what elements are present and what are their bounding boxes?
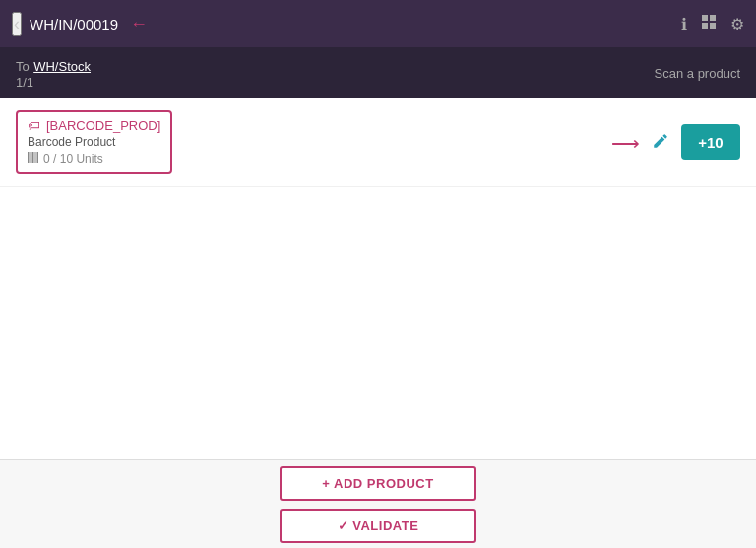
- product-name: Barcode Product: [28, 135, 160, 149]
- subheader: To WH/Stock 1/1 Scan a product: [0, 47, 756, 98]
- info-icon[interactable]: ℹ: [681, 15, 687, 33]
- page-indicator: 1/1: [16, 75, 91, 90]
- right-arrow-icon: ⟶: [611, 131, 640, 154]
- barcode-icon: [28, 152, 39, 166]
- svg-rect-1: [710, 15, 716, 21]
- location-link[interactable]: WH/Stock: [33, 59, 91, 74]
- subheader-left: To WH/Stock 1/1: [16, 57, 91, 90]
- svg-rect-6: [32, 152, 34, 163]
- tag-icon: 🏷: [28, 118, 40, 133]
- add-product-button[interactable]: + ADD PRODUCT: [280, 466, 476, 501]
- empty-space: [0, 187, 756, 443]
- main-content: 🏷 [BARCODE_PROD] Barcode Product 0 / 10 …: [0, 98, 756, 459]
- svg-rect-0: [702, 15, 708, 21]
- product-qty-row: 0 / 10 Units: [28, 152, 160, 166]
- document-title: WH/IN/00019: [30, 16, 118, 32]
- product-qty: 0 / 10 Units: [43, 152, 103, 166]
- validate-button[interactable]: ✓ VALIDATE: [280, 509, 476, 543]
- app-header: ‹ WH/IN/00019 ← ℹ ⚙: [0, 0, 756, 47]
- svg-rect-5: [31, 152, 32, 163]
- svg-rect-7: [35, 152, 36, 163]
- svg-rect-8: [37, 152, 39, 163]
- svg-rect-2: [702, 23, 708, 29]
- header-left: ‹ WH/IN/00019 ←: [12, 12, 148, 36]
- product-tag-row: 🏷 [BARCODE_PROD]: [28, 118, 160, 133]
- row-actions: ⟶ +10: [611, 124, 740, 160]
- product-row: 🏷 [BARCODE_PROD] Barcode Product 0 / 10 …: [0, 98, 756, 187]
- product-code: [BARCODE_PROD]: [46, 118, 160, 133]
- plus-ten-button[interactable]: +10: [681, 124, 740, 160]
- arrow-indicator-icon: ←: [130, 14, 148, 34]
- back-button[interactable]: ‹: [12, 12, 22, 36]
- footer: + ADD PRODUCT ✓ VALIDATE: [0, 459, 756, 548]
- subheader-to-row: To WH/Stock: [16, 57, 91, 75]
- grid-icon[interactable]: [701, 14, 717, 33]
- to-label: To: [16, 59, 30, 74]
- product-card: 🏷 [BARCODE_PROD] Barcode Product 0 / 10 …: [16, 110, 172, 174]
- back-icon: ‹: [14, 14, 20, 34]
- settings-icon[interactable]: ⚙: [730, 15, 744, 33]
- edit-button[interactable]: [652, 132, 669, 153]
- scan-product-label: Scan a product: [655, 66, 740, 81]
- svg-rect-3: [710, 23, 716, 29]
- svg-rect-4: [28, 152, 30, 163]
- header-icons: ℹ ⚙: [681, 14, 744, 33]
